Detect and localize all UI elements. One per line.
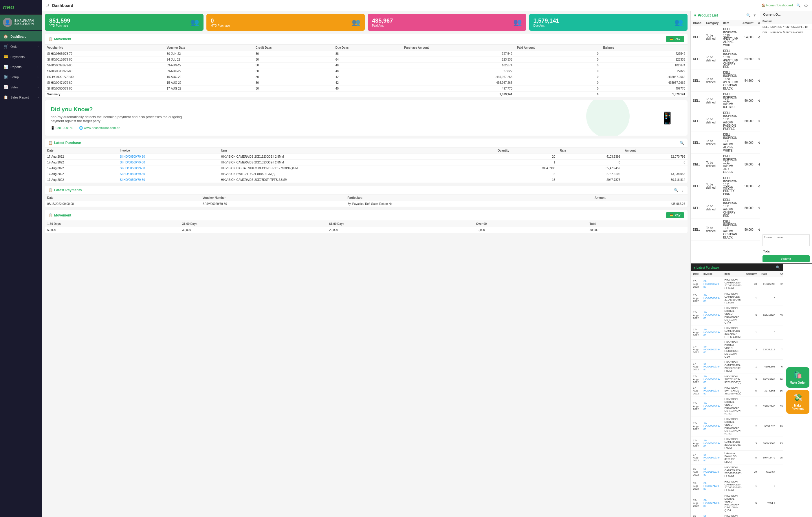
pay-button-2[interactable]: 💳 PAY bbox=[666, 212, 684, 218]
lp-qty: 1 bbox=[495, 160, 557, 165]
search-icon-pl[interactable]: 🔍 bbox=[746, 13, 751, 18]
lpb-date: 15-Aug-2022 bbox=[691, 493, 701, 513]
sidebar-item-reports[interactable]: 📊 Reports › bbox=[0, 62, 42, 72]
latest-payments-panel: 📋 Latest Payments 🔍 ⋮ Date Voucher Numbe… bbox=[45, 186, 688, 207]
latest-purchase-title: 📋 Latest Purchase bbox=[48, 141, 81, 145]
lpb-qty: 5 bbox=[744, 451, 759, 465]
pl-amount: 50,000 bbox=[740, 110, 756, 132]
ytd-value: 851,599 bbox=[49, 18, 70, 24]
pl-col-item: Item bbox=[721, 20, 740, 26]
lpb-amount: 35,473.452 bbox=[778, 305, 783, 325]
pl-brand: DELL bbox=[691, 48, 704, 70]
pay-button[interactable]: 💳 PAY bbox=[666, 36, 684, 42]
table-row: 17-Aug-2022 SI-HO/00500/79-80 HIKVISION … bbox=[45, 154, 688, 160]
sidebar-item-setup[interactable]: ⚙️ Setup › bbox=[0, 72, 42, 82]
lpb-date: 15-Aug-2022 bbox=[691, 479, 701, 493]
lp-item: HIKVISION CAMERA DS-2CE76D0T-ITPFS 2.8MM bbox=[219, 177, 495, 183]
lp-invoice: SI-HO/00500/79-80 bbox=[118, 177, 219, 183]
table-row: 17-Aug-2022 SI-HO/00500/79-80 HIKVISION … bbox=[45, 165, 688, 171]
make-payment-button[interactable]: 💸 Make Payment bbox=[786, 390, 809, 414]
movement-summary-row: Summary 1,579,141 0 1,579,141 bbox=[45, 91, 688, 98]
pl-action[interactable]: ⚙ 👁 bbox=[756, 70, 760, 91]
lpb-amount: 0 bbox=[778, 325, 783, 339]
pl-action[interactable]: ⚙ 👁 bbox=[756, 154, 760, 175]
summary-balance: 1,579,141 bbox=[601, 91, 688, 98]
lpb-amount: 0 bbox=[778, 291, 783, 305]
lpb-qty: 5 bbox=[744, 374, 759, 385]
sidebar-item-dashboard[interactable]: 🏠 DashBoard bbox=[0, 31, 42, 42]
mv-purchase: 435,967,266 bbox=[402, 80, 515, 86]
filter-icon-pl[interactable]: ▼ bbox=[753, 13, 756, 18]
lp-qty: 15 bbox=[495, 177, 557, 183]
pay-amount: 435,967.27 bbox=[592, 201, 688, 207]
submit-order-button[interactable]: Submit bbox=[762, 255, 810, 262]
lpb-amount: 82,070.796 bbox=[778, 277, 783, 291]
pl-action[interactable]: ⚙ 👁 bbox=[756, 48, 760, 70]
mv-paid: 0 bbox=[515, 74, 601, 80]
lpb-date: 17-Aug-2022 bbox=[691, 451, 701, 465]
search-icon-lpb[interactable]: 🔍 bbox=[776, 266, 780, 270]
pl-action[interactable]: ⚙ 👁 bbox=[756, 91, 760, 110]
movement-title: 📋 Movement bbox=[48, 37, 71, 41]
table-row: 15-Aug-2022 SI-HO/00500/79-80 HIKVISION … bbox=[691, 465, 783, 479]
power-icon[interactable]: ⏻ bbox=[804, 3, 808, 7]
lpb-rate: 2083.9204 bbox=[759, 374, 778, 385]
pl-action[interactable]: ⚙ 👁 bbox=[756, 110, 760, 132]
dyk-text: neoPay automatically detects the incomin… bbox=[51, 115, 195, 123]
lp-invoice: SI-HO/00500/79-80 bbox=[118, 171, 219, 177]
movement2-panel: 📋 Movement 💳 PAY 1-30 Days 31-60 Days 61… bbox=[45, 210, 688, 233]
pl-action[interactable]: ⚙ 👁 bbox=[756, 175, 760, 197]
make-order-button[interactable]: 🛍️ Make Order bbox=[786, 367, 809, 388]
lpb-item: HIKVISION CAMERA DS-3CE76007-ITPFS 2.8MM bbox=[722, 325, 744, 339]
movement2-title: 📋 Movement bbox=[48, 213, 71, 217]
lpb-rate: 0 bbox=[759, 291, 778, 305]
search-icon-payments[interactable]: 🔍 bbox=[674, 188, 678, 192]
search-icon-purchase[interactable]: 🔍 bbox=[680, 141, 684, 145]
mv-due: 42 bbox=[333, 80, 402, 86]
mv-balance: 435967.2662 bbox=[601, 80, 688, 86]
sidebar-item-sales-report[interactable]: 📋 Sales Report › bbox=[0, 92, 42, 102]
lpb-invoice: SI-HO/00500/79-80 bbox=[701, 451, 722, 465]
sales-icon: 📈 bbox=[3, 85, 8, 89]
search-icon[interactable]: 🔍 bbox=[796, 3, 801, 7]
mtd-label: MTD Purchase bbox=[211, 24, 230, 27]
user-profile[interactable]: 👤 BIKALPKARN BIKALPKARN bbox=[0, 15, 42, 30]
lpb-amount: 10,464.602 bbox=[778, 374, 783, 385]
movement2-table: 1-30 Days 31-60 Days 61-90 Days Over 90 … bbox=[45, 221, 688, 233]
sidebar-item-sales[interactable]: 📈 Sales › bbox=[0, 82, 42, 92]
pl-action[interactable]: ⚙ 👁 bbox=[756, 197, 760, 219]
lp-invoice: SI-HO/00500/79-80 bbox=[118, 154, 219, 160]
sidebar-label-payments: Payments bbox=[10, 55, 25, 58]
pl-brand: DELL bbox=[691, 197, 704, 219]
table-row: DELL To be defined DELL INSPIRON 1320 /P… bbox=[691, 26, 760, 48]
lp-date: 17-Aug-2022 bbox=[45, 154, 118, 160]
pl-action[interactable]: ⚙ 👁 bbox=[756, 26, 760, 48]
mv-purchase: 727,542 bbox=[402, 51, 515, 57]
lpb-qty: 3 bbox=[744, 339, 759, 360]
pl-action[interactable]: ⚙ 👁 bbox=[756, 132, 760, 154]
mv2-d2: 30,000 bbox=[180, 227, 327, 233]
breadcrumb-home[interactable]: 🏠 Home bbox=[761, 3, 775, 7]
lp-date: 17-Aug-2022 bbox=[45, 171, 118, 177]
order-total-label: Total bbox=[760, 248, 812, 254]
lpb-rate: 0 bbox=[759, 479, 778, 493]
more-icon-payments[interactable]: ⋮ bbox=[680, 188, 684, 192]
lpb-item: HIKVISION CAMERA DS-2CD2323G0E-I 2.8MM bbox=[722, 465, 744, 479]
right-bottom: ■ Latest Purchase 🔍 Date Invoice Item bbox=[691, 264, 812, 517]
sidebar-item-payments[interactable]: 💳 Payments bbox=[0, 52, 42, 62]
toggle-sidebar-icon[interactable]: ⇄ bbox=[46, 3, 49, 7]
sidebar-item-order[interactable]: 🛒 Order › bbox=[0, 42, 42, 52]
pl-brand: DELL bbox=[691, 91, 704, 110]
lpb-invoice: SI-HO/00500/79-80 bbox=[701, 436, 722, 451]
lpb-invoice: SI-HO/00471/79-80 bbox=[701, 513, 722, 517]
people-icon-2: 👥 bbox=[352, 18, 360, 26]
comment-field[interactable] bbox=[762, 235, 810, 246]
mv-balance: 102,674 bbox=[601, 62, 688, 69]
table-row: 17-Aug-2022 SI-HO/00500/79-80 HIKVISION … bbox=[691, 416, 783, 436]
lp-rate: 35,473.452 bbox=[557, 165, 623, 171]
pl-action[interactable]: ⚙ 👁 bbox=[756, 219, 760, 241]
col-due: Due Days bbox=[333, 45, 402, 51]
list-icon: 📋 bbox=[48, 37, 53, 41]
lpb-rate: 4103.598 bbox=[759, 360, 778, 374]
mv2-col-total: Total bbox=[587, 221, 688, 227]
